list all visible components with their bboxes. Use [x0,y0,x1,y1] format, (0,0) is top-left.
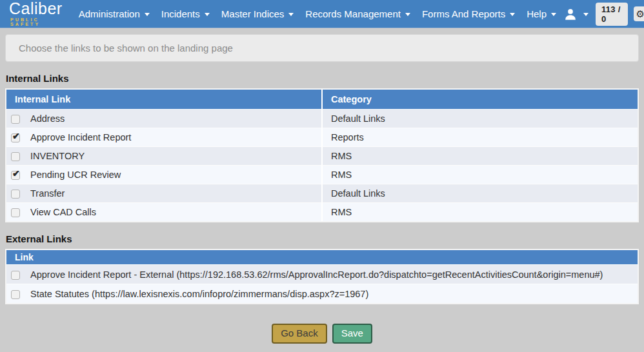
table-row: Pending UCR Review RMS [6,165,638,184]
external-links-table: Link Approve Incident Report - External … [5,249,639,304]
chevron-down-icon [405,13,410,16]
row-checkbox[interactable] [11,190,20,199]
external-links-title: External Links [6,233,644,244]
top-navbar: Caliber PUBLIC SAFETY Administration Inc… [0,0,644,28]
nav-forms-and-reports[interactable]: Forms And Reports [416,5,521,23]
nav-incidents[interactable]: Incidents [156,5,216,23]
row-checkbox[interactable] [11,208,20,217]
brand-name: Caliber [9,1,63,17]
user-menu[interactable] [562,6,590,23]
internal-link-label: Approve Incident Report [25,128,321,146]
chevron-down-icon [583,13,589,16]
internal-link-label: Pending UCR Review [25,165,321,184]
table-row: Address Default Links [6,109,638,128]
external-link-label: Approve Incident Report - External (http… [25,264,638,284]
user-icon [563,7,578,21]
category-value: Default Links [321,184,638,202]
chevron-down-icon [510,13,515,16]
nav-administration-label: Administration [79,8,140,19]
table-row: Approve Incident Report - External (http… [6,264,638,284]
nav-records-management[interactable]: Records Management [299,5,416,23]
nav-records-management-label: Records Management [305,8,401,19]
internal-links-title: Internal Links [6,73,644,84]
table-row: Transfer Default Links [6,184,638,202]
row-checkbox[interactable] [11,271,20,280]
action-bar: Go Back Save [0,324,644,344]
settings-button[interactable]: ⚙ [634,6,644,21]
external-table-header: Link [6,250,638,264]
column-header-internal-link: Internal Link [6,90,321,109]
chevron-down-icon [551,13,556,16]
nav-administration[interactable]: Administration [73,5,156,23]
main-menu: Administration Incidents Master Indices … [73,5,562,23]
category-value: Default Links [321,109,638,128]
chevron-down-icon [288,13,294,16]
row-checkbox[interactable] [11,152,20,161]
nav-incidents-label: Incidents [161,8,200,19]
internal-links-table: Internal Link Category Address Default L… [5,88,639,222]
nav-help[interactable]: Help [521,5,562,23]
column-header-link: Link [6,250,638,264]
gear-icon: ⚙ [636,9,644,19]
nav-master-indices[interactable]: Master Indices [216,5,300,23]
column-header-category: Category [321,90,638,109]
table-row: State Statutes (https://law.lexisnexis.c… [6,284,638,303]
internal-link-label: Transfer [25,184,321,202]
chevron-down-icon [205,13,210,16]
external-link-label: State Statutes (https://law.lexisnexis.c… [25,284,638,303]
category-value: RMS [321,146,638,165]
session-counter-badge[interactable]: 113 / 0 [596,3,628,26]
info-banner-message: Choose the links to be shown on the land… [19,43,233,54]
internal-table-header: Internal Link Category [6,90,638,109]
navbar-right: 113 / 0 ⚙ [562,3,644,26]
row-checkbox[interactable] [11,115,20,124]
brand-logo[interactable]: Caliber PUBLIC SAFETY [9,1,63,26]
nav-forms-and-reports-label: Forms And Reports [422,8,505,19]
go-back-button[interactable]: Go Back [272,324,327,344]
info-banner: Choose the links to be shown on the land… [5,34,639,62]
chevron-down-icon [145,13,150,16]
nav-master-indices-label: Master Indices [221,8,285,19]
nav-help-label: Help [527,8,547,19]
table-row: INVENTORY RMS [6,146,638,165]
table-row: View CAD Calls RMS [6,202,638,221]
internal-link-label: Address [25,109,321,128]
row-checkbox[interactable] [11,133,20,142]
table-row: Approve Incident Report Reports [6,128,638,146]
save-button[interactable]: Save [332,324,372,344]
internal-link-label: INVENTORY [25,146,321,165]
row-checkbox[interactable] [11,171,20,180]
internal-link-label: View CAD Calls [25,202,321,221]
category-value: RMS [321,202,638,221]
row-checkbox[interactable] [11,290,20,299]
category-value: RMS [321,165,638,184]
category-value: Reports [321,128,638,146]
brand-tagline: PUBLIC SAFETY [9,17,63,26]
